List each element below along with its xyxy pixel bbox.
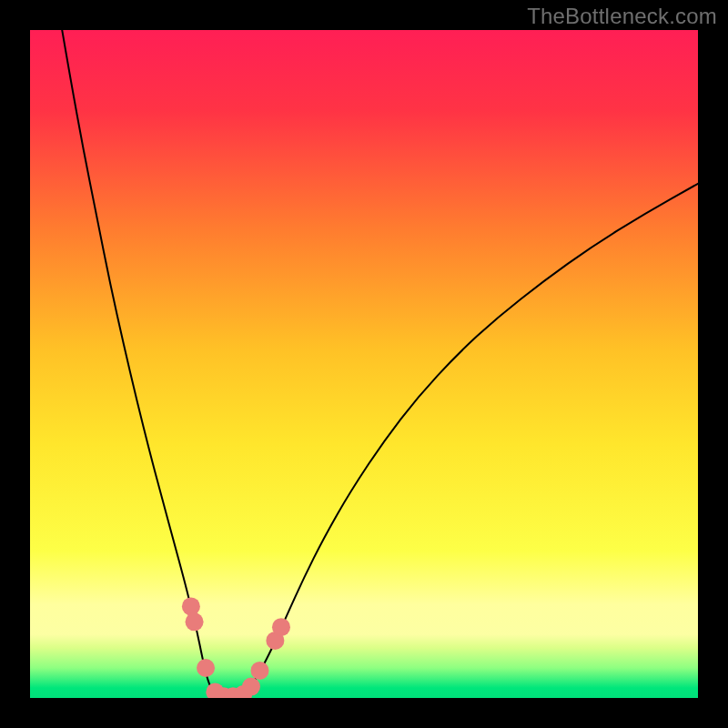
- highlight-dot: [186, 612, 204, 631]
- plot-area: [30, 30, 698, 698]
- highlight-dot: [197, 659, 215, 677]
- highlight-dot: [182, 597, 200, 615]
- chart-frame: TheBottleneck.com: [0, 0, 728, 728]
- bottleneck-chart: [30, 30, 698, 698]
- highlight-dot: [250, 662, 268, 680]
- watermark-label: TheBottleneck.com: [527, 4, 717, 29]
- highlight-dot: [272, 618, 290, 636]
- highlight-dot: [242, 678, 260, 696]
- gradient-background: [30, 30, 698, 698]
